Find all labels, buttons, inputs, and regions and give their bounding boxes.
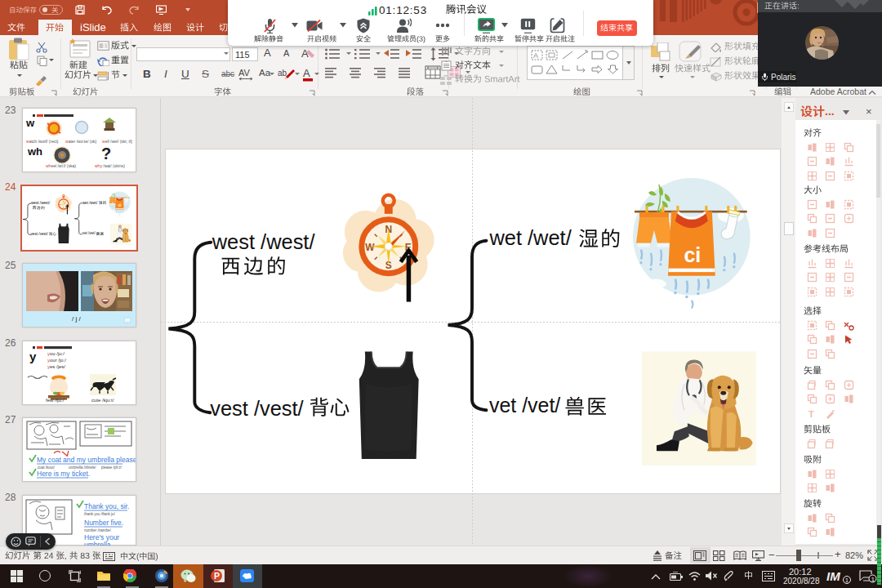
svg-text:P: P bbox=[214, 571, 220, 581]
svg-text:ci: ci bbox=[684, 243, 701, 266]
svg-text:W: W bbox=[365, 242, 375, 253]
svg-text:your /jo:/: your /jo:/ bbox=[47, 358, 66, 363]
svg-text:?: ? bbox=[101, 145, 111, 163]
svg-text:number /nambe/: number /nambe/ bbox=[84, 528, 112, 532]
svg-text:Number five.: Number five. bbox=[84, 519, 123, 527]
svg-text:why /wai/ (skms): why /wai/ (skms) bbox=[95, 163, 125, 168]
svg-text:w: w bbox=[25, 117, 35, 129]
svg-text:yes /jes/: yes /jes/ bbox=[47, 364, 65, 369]
svg-text:1: 1 bbox=[871, 576, 875, 583]
svg-text:Here is my ticket.: Here is my ticket. bbox=[37, 470, 90, 478]
svg-text:thank you /θank ju/: thank you /θank ju/ bbox=[84, 512, 116, 516]
svg-text:A: A bbox=[303, 67, 310, 79]
svg-text:A: A bbox=[533, 51, 538, 60]
svg-text:wh: wh bbox=[27, 145, 42, 158]
svg-text:T: T bbox=[808, 409, 814, 419]
svg-text:watch /wotf/ (rect): watch /wotf/ (rect) bbox=[26, 139, 59, 144]
svg-text:ab: ab bbox=[278, 69, 287, 78]
svg-text:IM: IM bbox=[826, 569, 840, 583]
svg-text:cute /kju:t/: cute /kju:t/ bbox=[91, 398, 114, 403]
svg-text:Thank you, sir.: Thank you, sir. bbox=[84, 502, 129, 510]
svg-text:y: y bbox=[29, 350, 37, 363]
svg-text:well /wel/ (skt; tf): well /wel/ (skt; tf) bbox=[102, 139, 132, 144]
svg-text:1: 1 bbox=[845, 577, 849, 583]
svg-text:you /ju:/: you /ju:/ bbox=[47, 351, 65, 356]
svg-text:wheel /wi:l/ (ska): wheel /wi:l/ (ska) bbox=[46, 163, 76, 168]
svg-text:AV: AV bbox=[238, 68, 251, 78]
svg-text:water /wo:te/ (sk): water /wo:te/ (sk) bbox=[65, 139, 96, 144]
svg-text:vet /vet/: vet /vet/ bbox=[489, 394, 560, 416]
svg-text:/ j /: / j / bbox=[72, 315, 81, 323]
svg-text:please /pli:z/: please /pli:z/ bbox=[101, 466, 122, 470]
svg-text:My coat and my umbrella please: My coat and my umbrella please. bbox=[37, 456, 136, 464]
svg-text:few /fju:/: few /fju:/ bbox=[46, 398, 65, 403]
svg-text:west /west/: west /west/ bbox=[212, 230, 316, 253]
svg-text:vest /vest/: vest /vest/ bbox=[210, 397, 304, 420]
svg-text:wet /wet/: wet /wet/ bbox=[488, 226, 572, 249]
